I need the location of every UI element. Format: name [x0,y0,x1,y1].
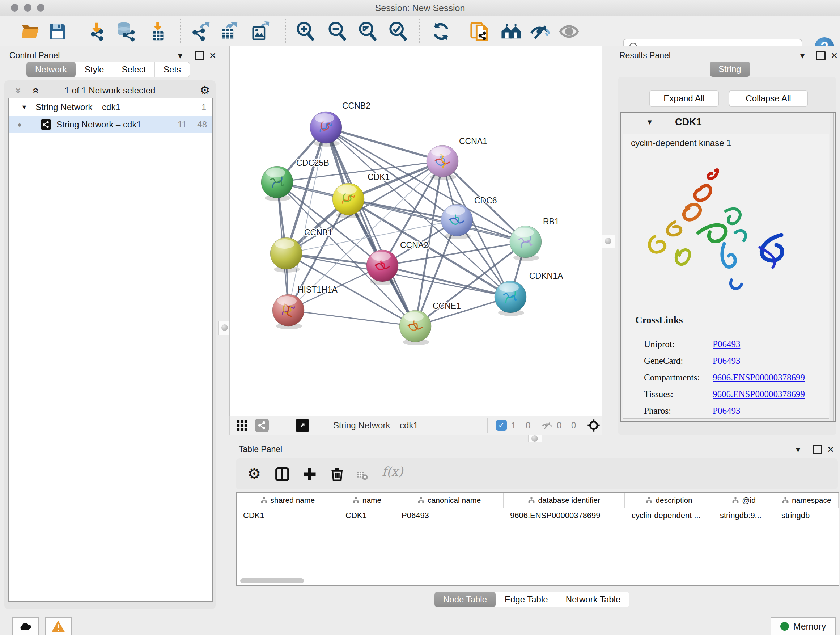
column-header-namespace[interactable]: namespace [775,493,838,508]
zoom-fit-icon[interactable] [357,21,378,42]
tab-select[interactable]: Select [113,62,155,77]
first-neighbors-icon[interactable] [501,21,522,42]
hidden-items-eye-slash-icon[interactable] [542,420,553,433]
vertical-scrollbar[interactable] [829,113,834,421]
create-column-plus-icon[interactable] [302,466,317,484]
column-header-shared-name[interactable]: shared name [237,493,339,508]
node-RB1[interactable] [510,226,542,261]
left-splitter[interactable] [220,46,229,612]
table-row[interactable]: CDK1CDK1P064939606.ENSP00000378699cyclin… [237,508,838,523]
close-panel-icon[interactable]: ✕ [827,445,834,455]
node-CDKN1A[interactable] [494,281,526,316]
horizontal-scrollbar[interactable] [240,578,304,583]
cloud-status-button[interactable] [12,617,39,635]
table-panel: Table Panel ▾ ✕ ⚙ f(x) shared namenameca… [229,442,840,612]
cell-canonical-name[interactable]: P06493 [395,508,504,523]
zoom-in-icon[interactable] [295,21,316,42]
crosslink-link-uniprot[interactable]: P06493 [713,339,740,349]
memory-status-dot [780,622,789,631]
close-panel-icon[interactable]: ✕ [209,51,216,61]
delete-table-icon[interactable] [356,469,368,483]
tab-sets[interactable]: Sets [155,62,189,77]
cell-name[interactable]: CDK1 [339,508,395,523]
gene-detail-box: ▼ CDK1 cyclin-dependent kinase 1 [620,112,836,422]
float-menu-icon[interactable]: ▾ [800,51,805,61]
node-CDK1[interactable] [332,183,364,218]
node-CCNE1[interactable] [399,310,431,345]
cell-description[interactable]: cyclin-dependent ... [625,508,714,523]
zoom-out-icon[interactable] [327,21,348,42]
tab-string[interactable]: String [710,62,750,77]
splitter-knob[interactable] [602,234,615,249]
crosslink-link-tissues[interactable]: 9606.ENSP00000378699 [713,389,805,399]
network-graph[interactable]: CCNB2CCNA1CDC25BCDK1CDC6RB1CCNB1CCNA2CDK… [230,46,602,416]
hide-selected-icon[interactable] [530,21,551,42]
column-header-@id[interactable]: @id [713,493,775,508]
node-CDC25B[interactable] [261,166,293,201]
gene-name: CDK1 [675,117,702,128]
warning-status-button[interactable] [45,617,72,635]
toolbar-separator [284,418,284,432]
grid-view-icon[interactable] [235,419,248,433]
zoom-selected-icon[interactable] [388,21,409,42]
node-CDC6[interactable] [441,204,473,239]
collapse-all-button[interactable]: Collapse All [729,90,808,107]
network-view-icon[interactable] [255,418,269,432]
birds-eye-view-icon[interactable] [295,418,309,432]
crosslink-link-compartments[interactable]: 9606.ENSP00000378699 [713,372,805,383]
export-image-icon[interactable] [249,21,271,42]
crosslink-link-pharos[interactable]: P06493 [713,406,740,416]
crosslink-link-genecard[interactable]: P06493 [713,356,740,366]
cell-shared-name[interactable]: CDK1 [237,508,339,523]
float-menu-icon[interactable]: ▾ [796,445,800,455]
show-columns-icon[interactable] [274,466,290,484]
save-session-icon[interactable] [47,21,68,42]
network-canvas[interactable]: CCNB2CCNA1CDC25BCDK1CDC6RB1CCNB1CCNA2CDK… [229,46,602,416]
cell-@id[interactable]: stringdb:9... [714,508,775,523]
show-all-icon[interactable] [559,21,579,42]
node-HIST1H1A[interactable] [272,295,304,329]
function-builder-icon[interactable]: f(x) [382,464,403,478]
export-network-icon[interactable] [189,21,210,42]
column-header-database-identifier[interactable]: database identifier [504,493,625,508]
tree-expand-icon[interactable]: ▼ [21,98,27,116]
refresh-icon[interactable] [431,21,452,42]
network-row[interactable]: ● String Network – cdk1 11 48 [9,116,212,133]
network-collection-row[interactable]: ▼ String Network – cdk1 1 [9,98,212,116]
open-session-icon[interactable] [20,21,41,42]
column-header-canonical-name[interactable]: canonical name [395,493,504,508]
cell-namespace[interactable]: stringdb [775,508,838,523]
tab-node-table[interactable]: Node Table [434,592,496,607]
float-window-icon[interactable] [816,50,826,60]
clone-network-icon[interactable] [470,21,491,42]
float-menu-icon[interactable]: ▾ [178,51,182,61]
cell-database-identifier[interactable]: 9606.ENSP00000378699 [504,508,625,523]
table-options-gear-icon[interactable]: ⚙ [248,466,261,482]
gene-header[interactable]: ▼ CDK1 [621,113,835,133]
right-splitter[interactable] [602,46,615,442]
memory-button[interactable]: Memory [771,617,836,635]
tab-style[interactable]: Style [76,62,113,77]
tab-network[interactable]: Network [27,62,76,77]
node-CCNA1[interactable] [426,145,458,180]
tab-network-table[interactable]: Network Table [557,592,630,607]
export-table-icon[interactable] [218,21,240,42]
selected-items-checkbox[interactable]: ✓ [496,420,507,431]
column-header-name[interactable]: name [339,493,395,508]
import-table-file-icon[interactable] [148,21,169,42]
crosslink-label-pharos: Pharos: [644,406,671,416]
close-panel-icon[interactable]: ✕ [831,51,838,61]
import-network-file-icon[interactable] [86,21,107,42]
float-window-icon[interactable] [195,50,204,60]
float-window-icon[interactable] [813,444,822,454]
expand-all-button[interactable]: Expand All [649,90,719,107]
node-label-CDKN1A: CDKN1A [529,271,563,280]
column-attribute-icon [528,497,535,504]
crosshair-icon[interactable] [586,418,601,434]
tab-edge-table[interactable]: Edge Table [496,592,557,607]
network-options-gear-icon[interactable]: ⚙ [200,83,210,97]
delete-column-trash-icon[interactable] [329,466,345,484]
collapse-triangle-icon[interactable]: ▼ [646,118,653,126]
column-header-description[interactable]: description [625,493,713,508]
import-network-from-database-icon[interactable] [115,21,136,42]
